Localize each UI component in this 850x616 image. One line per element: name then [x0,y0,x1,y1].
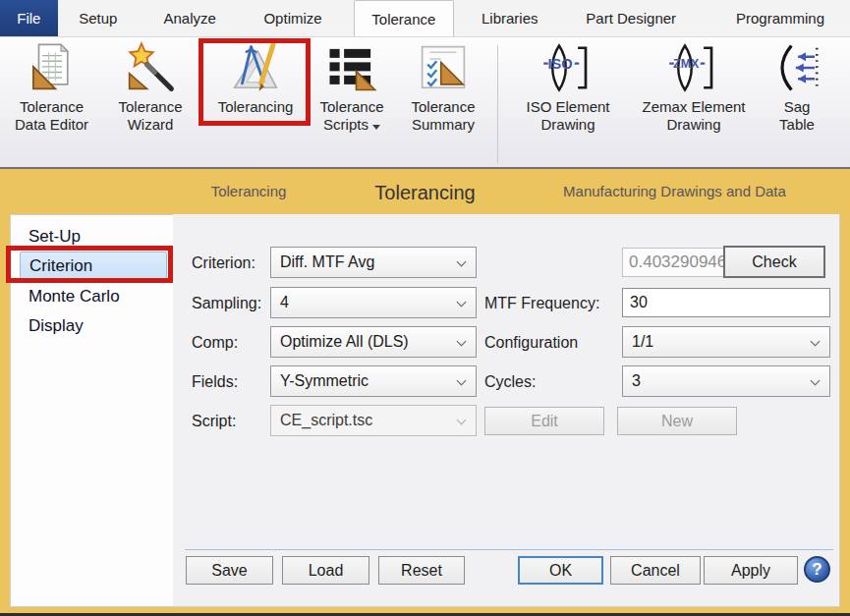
script-label: Script: [192,413,236,430]
edit-button[interactable]: Edit [484,407,604,435]
save-button[interactable]: Save [186,556,273,585]
ribbon-button-label: Sag [784,98,811,116]
sampling-label: Sampling: [192,295,261,312]
chevron-down-icon [457,257,467,267]
check-button[interactable]: Check [723,246,825,278]
configuration-dropdown[interactable]: 1/1 [622,326,830,358]
ribbon-button-label: Data Editor [15,116,88,134]
reset-button[interactable]: Reset [378,556,465,585]
tab-part-designer[interactable]: Part Designer [575,0,687,36]
tolerance-wizard-button[interactable]: Tolerance Wizard [102,41,198,151]
ok-button[interactable]: OK [518,556,603,585]
svg-text:ZMX: ZMX [673,57,700,71]
cancel-button[interactable]: Cancel [610,556,701,585]
comp-dropdown[interactable]: Optimize All (DLS) [270,326,477,358]
iso-element-drawing-icon: ISO [541,41,595,98]
tab-libraries[interactable]: Libraries [470,0,549,36]
ribbon-tab-bar: File Setup Analyze Optimize Tolerance Li… [0,0,850,37]
sampling-dropdown[interactable]: 4 [270,287,477,318]
zemax-element-drawing-button[interactable]: ZMX Zemax Element Drawing [633,41,755,151]
tolerance-wizard-icon [124,41,177,98]
sidebar-item-monte-carlo[interactable]: Monte Carlo [20,283,167,310]
tolerance-scripts-button[interactable]: Tolerance Scripts [311,41,393,151]
footer-separator [185,549,833,550]
tolerance-data-editor-button[interactable]: Tolerance Data Editor [2,41,101,151]
tab-setup[interactable]: Setup [66,0,131,36]
zemax-element-drawing-icon: ZMX [667,41,720,98]
fields-dropdown[interactable]: Y-Symmetric [270,365,477,397]
chevron-down-icon [457,337,467,347]
tab-tolerance[interactable]: Tolerance [354,0,454,36]
ribbon-button-label: Zemax Element [642,98,745,116]
chevron-down-icon [811,337,821,347]
tolerance-summary-icon [417,41,470,98]
tab-programming[interactable]: Programming [710,0,850,36]
script-dropdown[interactable]: CE_script.tsc [270,405,477,436]
criterion-dropdown[interactable]: Diff. MTF Avg [270,247,477,278]
sidebar-item-display[interactable]: Display [20,312,167,340]
annotation-box-criterion [6,246,173,283]
ribbon-button-label: ISO Element [526,98,609,116]
load-button[interactable]: Load [282,556,369,585]
sag-table-button[interactable]: Sag Table [759,41,835,151]
help-button[interactable]: ? [804,556,830,583]
tab-optimize[interactable]: Optimize [252,0,333,36]
scripts-dropdown-arrow-icon [372,125,380,130]
new-button[interactable]: New [617,407,737,435]
chevron-down-icon [457,376,467,386]
fields-label: Fields: [192,373,238,391]
iso-element-drawing-button[interactable]: ISO ISO Element Drawing [503,41,633,151]
ribbon-button-label: Drawing [666,116,720,134]
ribbon-button-label: Scripts [323,116,380,134]
chevron-down-icon [811,376,821,386]
ribbon-button-label: Summary [412,116,475,134]
configuration-label: Configuration [484,334,578,352]
tab-file[interactable]: File [0,0,58,36]
dialog-title: Tolerancing [0,169,850,214]
apply-button[interactable]: Apply [704,556,798,585]
ribbon-button-label: Table [779,116,815,134]
cycles-dropdown[interactable]: 3 [622,365,830,397]
chevron-down-icon [457,416,467,425]
ribbon-group-separator [497,45,498,163]
ribbon: Tolerance Data Editor Tolerance Wizard [0,37,850,169]
criterion-label: Criterion: [192,254,255,272]
svg-text:ISO: ISO [548,56,573,72]
ribbon-button-label: Drawing [540,116,595,134]
mtf-frequency-label: MTF Frequency: [484,295,599,312]
comp-label: Comp: [192,334,238,352]
tolerance-scripts-icon [325,41,378,98]
chevron-down-icon [457,298,467,308]
tolerance-summary-button[interactable]: Tolerance Summary [393,41,493,151]
mtf-frequency-input[interactable] [622,288,830,317]
ribbon-button-label: Wizard [128,116,174,134]
ribbon-button-label: Tolerance [411,98,475,116]
tab-analyze[interactable]: Analyze [150,0,229,36]
tolerance-data-editor-icon [26,41,79,98]
annotation-box-tolerancing [198,38,311,126]
ribbon-button-label: Tolerance [319,98,383,116]
ribbon-button-label: Tolerance [118,98,182,116]
ribbon-button-label: Tolerance [20,98,84,116]
cycles-label: Cycles: [484,373,536,391]
sag-table-icon [770,41,823,98]
